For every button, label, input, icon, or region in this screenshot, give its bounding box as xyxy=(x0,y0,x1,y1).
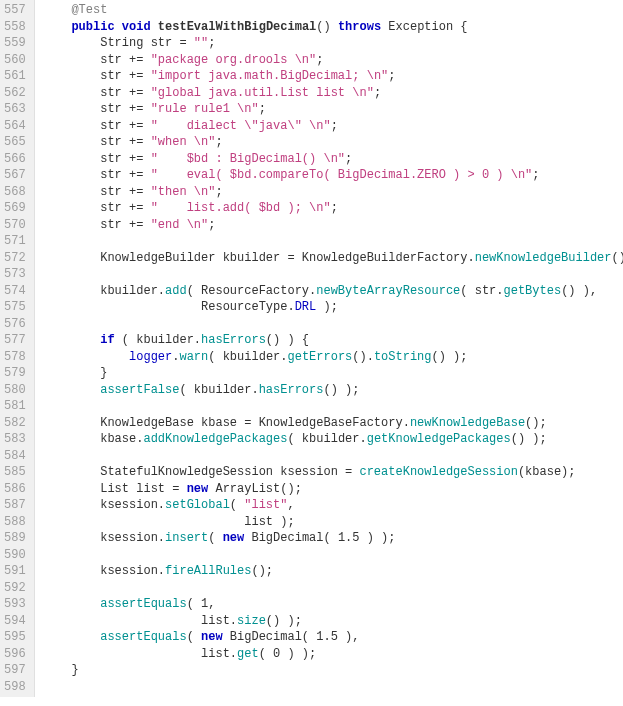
line-number: 593 xyxy=(4,596,26,613)
code-line[interactable]: assertFalse( kbuilder.hasErrors() ); xyxy=(43,382,623,399)
code-line[interactable]: str += " list.add( $bd ); \n"; xyxy=(43,200,623,217)
code-line[interactable]: str += "when \n"; xyxy=(43,134,623,151)
line-number: 585 xyxy=(4,464,26,481)
code-line[interactable]: KnowledgeBuilder kbuilder = KnowledgeBui… xyxy=(43,250,623,267)
line-number: 574 xyxy=(4,283,26,300)
code-line[interactable]: ksession.insert( new BigDecimal( 1.5 ) )… xyxy=(43,530,623,547)
line-number: 598 xyxy=(4,679,26,696)
line-number: 571 xyxy=(4,233,26,250)
line-number: 576 xyxy=(4,316,26,333)
line-number: 561 xyxy=(4,68,26,85)
code-line[interactable]: public void testEvalWithBigDecimal() thr… xyxy=(43,19,623,36)
line-number: 594 xyxy=(4,613,26,630)
line-number: 559 xyxy=(4,35,26,52)
code-line[interactable]: str += "global java.util.List list \n"; xyxy=(43,85,623,102)
line-number: 568 xyxy=(4,184,26,201)
code-line[interactable]: str += "then \n"; xyxy=(43,184,623,201)
code-line[interactable]: ksession.setGlobal( "list", xyxy=(43,497,623,514)
code-line[interactable]: assertEquals( 1, xyxy=(43,596,623,613)
line-number: 578 xyxy=(4,349,26,366)
line-number: 567 xyxy=(4,167,26,184)
code-line[interactable]: list ); xyxy=(43,514,623,531)
code-line[interactable]: str += "import java.math.BigDecimal; \n"… xyxy=(43,68,623,85)
code-line[interactable]: str += " $bd : BigDecimal() \n"; xyxy=(43,151,623,168)
code-line[interactable]: } xyxy=(43,365,623,382)
line-number: 589 xyxy=(4,530,26,547)
line-number: 565 xyxy=(4,134,26,151)
line-number: 597 xyxy=(4,662,26,679)
code-line[interactable] xyxy=(43,580,623,597)
line-number: 581 xyxy=(4,398,26,415)
line-number: 582 xyxy=(4,415,26,432)
line-number: 580 xyxy=(4,382,26,399)
code-line[interactable]: } xyxy=(43,662,623,679)
line-number: 595 xyxy=(4,629,26,646)
code-line[interactable] xyxy=(43,679,623,696)
code-line[interactable]: list.get( 0 ) ); xyxy=(43,646,623,663)
code-line[interactable]: kbase.addKnowledgePackages( kbuilder.get… xyxy=(43,431,623,448)
line-number: 591 xyxy=(4,563,26,580)
code-line[interactable] xyxy=(43,398,623,415)
line-number: 587 xyxy=(4,497,26,514)
code-line[interactable]: kbuilder.add( ResourceFactory.newByteArr… xyxy=(43,283,623,300)
line-number: 586 xyxy=(4,481,26,498)
line-number: 590 xyxy=(4,547,26,564)
code-line[interactable]: KnowledgeBase kbase = KnowledgeBaseFacto… xyxy=(43,415,623,432)
line-number: 563 xyxy=(4,101,26,118)
code-line[interactable]: str += " dialect \"java\" \n"; xyxy=(43,118,623,135)
line-number: 562 xyxy=(4,85,26,102)
code-line[interactable] xyxy=(43,448,623,465)
code-line[interactable]: List list = new ArrayList(); xyxy=(43,481,623,498)
code-line[interactable]: str += "rule rule1 \n"; xyxy=(43,101,623,118)
code-line[interactable]: ksession.fireAllRules(); xyxy=(43,563,623,580)
line-number: 577 xyxy=(4,332,26,349)
code-line[interactable] xyxy=(43,547,623,564)
code-line[interactable]: str += "end \n"; xyxy=(43,217,623,234)
code-line[interactable] xyxy=(43,233,623,250)
line-number: 572 xyxy=(4,250,26,267)
code-line[interactable]: StatefulKnowledgeSession ksession = crea… xyxy=(43,464,623,481)
code-line[interactable] xyxy=(43,266,623,283)
line-number: 596 xyxy=(4,646,26,663)
line-number: 575 xyxy=(4,299,26,316)
code-line[interactable]: String str = ""; xyxy=(43,35,623,52)
code-line[interactable]: ResourceType.DRL ); xyxy=(43,299,623,316)
line-number: 558 xyxy=(4,19,26,36)
line-number-gutter: 5575585595605615625635645655665675685695… xyxy=(0,0,35,697)
line-number: 566 xyxy=(4,151,26,168)
line-number: 570 xyxy=(4,217,26,234)
code-line[interactable]: str += "package org.drools \n"; xyxy=(43,52,623,69)
line-number: 592 xyxy=(4,580,26,597)
line-number: 557 xyxy=(4,2,26,19)
code-line[interactable]: list.size() ); xyxy=(43,613,623,630)
code-line[interactable]: assertEquals( new BigDecimal( 1.5 ), xyxy=(43,629,623,646)
code-line[interactable]: logger.warn( kbuilder.getErrors().toStri… xyxy=(43,349,623,366)
line-number: 564 xyxy=(4,118,26,135)
line-number: 579 xyxy=(4,365,26,382)
code-line[interactable] xyxy=(43,316,623,333)
code-editor-content[interactable]: @Test public void testEvalWithBigDecimal… xyxy=(35,0,623,697)
line-number: 583 xyxy=(4,431,26,448)
code-line[interactable]: @Test xyxy=(43,2,623,19)
line-number: 588 xyxy=(4,514,26,531)
line-number: 560 xyxy=(4,52,26,69)
code-line[interactable]: if ( kbuilder.hasErrors() ) { xyxy=(43,332,623,349)
line-number: 584 xyxy=(4,448,26,465)
code-line[interactable]: str += " eval( $bd.compareTo( BigDecimal… xyxy=(43,167,623,184)
line-number: 569 xyxy=(4,200,26,217)
line-number: 573 xyxy=(4,266,26,283)
